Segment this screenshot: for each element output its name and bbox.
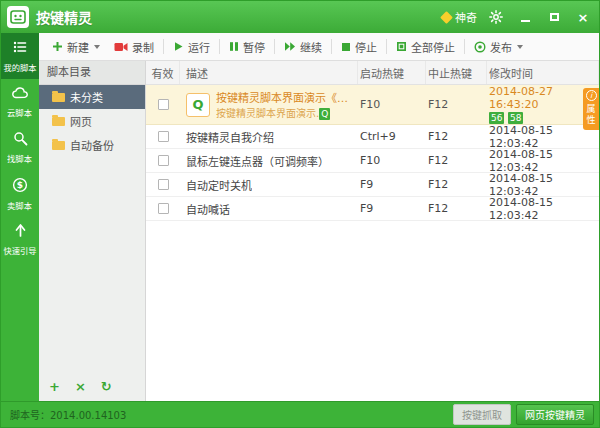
folder-icon [52,141,65,150]
resume-button[interactable]: 继续 [277,36,329,58]
refresh-categories-button[interactable]: ↻ [101,380,112,393]
header-start-hotkey: 启动热键 [358,61,426,84]
user-badge-label: 神奇 [455,9,477,25]
sidebar-item-quick-guide[interactable]: 快速引导 [1,217,39,263]
script-subtitle: 按键精灵脚本界面演示.Q [216,105,358,120]
toolbar: 新建 录制 运行 暂停 [39,33,599,61]
start-hotkey: F9 [358,202,426,215]
directory-item-auto-backup[interactable]: 自动备份 [39,133,145,157]
row-enabled-checkbox[interactable] [158,203,169,214]
toolbar-button-label: 全部停止 [411,39,455,55]
vip-diamond-icon [440,11,453,24]
chevron-down-icon [517,45,523,49]
chevron-down-icon [94,45,100,49]
header-stop-hotkey: 中止热键 [426,61,487,84]
table-row[interactable]: Q 按键精灵脚本界面演示《一键启动》 按键精灵脚本界面演示.Q F10 F12 … [146,85,599,125]
start-hotkey: F10 [358,98,426,111]
pause-button[interactable]: 暂停 [222,36,272,58]
user-badge[interactable]: 神奇 [442,9,477,25]
add-category-button[interactable]: + [49,380,60,393]
directory-title: 脚本目录 [39,61,145,85]
statusbar: 脚本号：2014.00.14103 按键抓取 网页按键精灵 [1,401,599,427]
directory-item-web[interactable]: 网页 [39,109,145,133]
quick-guide-icon [13,223,28,241]
sidebar-item-find-scripts[interactable]: 找脚本 [1,125,39,171]
directory-item-label: 网页 [70,113,92,129]
delete-category-button[interactable]: × [75,380,86,393]
stop-hotkey: F12 [426,98,487,111]
stop-icon [341,42,351,52]
sidebar-item-sell-scripts[interactable]: $ 卖脚本 [1,171,39,217]
svg-text:$: $ [17,180,23,190]
key-capture-button[interactable]: 按键抓取 [453,404,511,425]
maximize-icon [550,13,559,21]
search-match-highlight: 56 [489,112,504,124]
stop-hotkey: F12 [426,178,487,191]
directory-item-label: 自动备份 [70,137,114,153]
record-camera-icon [114,42,128,52]
stop-all-icon [396,41,407,52]
toolbar-button-label: 暂停 [243,39,265,55]
sidebar-item-my-scripts[interactable]: 我的脚本 [1,33,39,79]
header-modified-time: 修改时间 [487,61,599,84]
directory-item-uncategorized[interactable]: 未分类 [39,85,145,109]
table-row[interactable]: 自动喊话 F9 F12 2014-08-15 12:03:42 [146,197,599,221]
table-row[interactable]: 鼠标左键连点器（可调频率） F10 F12 2014-08-15 12:03:4… [146,149,599,173]
start-hotkey: F10 [358,154,426,167]
folder-icon [52,117,65,126]
table-header-row: 有效 描述 启动热键 中止热键 修改时间 [146,61,599,85]
toolbar-button-label: 录制 [132,39,154,55]
script-title: 按键精灵脚本界面演示《一键启动》 [216,89,358,105]
sidebar-item-label: 云脚本 [8,106,33,118]
new-script-button[interactable]: 新建 [45,36,107,58]
directory-actions: + × ↻ [39,374,145,401]
table-row[interactable]: 按键精灵自我介绍 Ctrl+9 F12 2014-08-15 12:03:42 [146,125,599,149]
stop-button[interactable]: 停止 [334,36,384,58]
cloud-script-icon [12,86,29,103]
record-button[interactable]: 录制 [107,36,161,58]
folder-icon [52,93,65,102]
modified-time: 2014-08-15 12:03:42 [487,172,599,198]
info-icon: i [586,90,597,101]
row-enabled-checkbox[interactable] [158,179,169,190]
toolbar-button-label: 停止 [355,39,377,55]
play-icon [173,41,184,52]
app-window: 按键精灵 神奇 × [0,0,600,428]
script-title: 按键精灵自我介绍 [186,129,274,145]
stop-hotkey: F12 [426,154,487,167]
toolbar-separator [331,39,332,54]
toolbar-button-label: 继续 [300,39,322,55]
row-enabled-checkbox[interactable] [158,155,169,166]
web-anjian-button[interactable]: 网页按键精灵 [516,404,594,425]
toolbar-button-label: 新建 [67,39,89,55]
properties-tag[interactable]: i 属性 [583,88,599,130]
search-script-icon [13,131,28,149]
toolbar-separator [163,39,164,54]
sidebar-item-label: 快速引导 [3,245,36,257]
header-description: 描述 [180,61,358,84]
toolbar-separator [219,39,220,54]
resume-icon [284,41,296,52]
close-button[interactable]: × [573,8,593,26]
row-enabled-checkbox[interactable] [158,131,169,142]
start-hotkey: Ctrl+9 [358,130,426,143]
settings-gear-icon[interactable] [486,8,506,26]
run-button[interactable]: 运行 [166,36,217,58]
toolbar-button-label: 发布 [490,39,512,55]
sidebar-item-cloud-scripts[interactable]: 云脚本 [1,79,39,125]
sidebar-item-label: 卖脚本 [8,199,33,211]
row-enabled-checkbox[interactable] [158,99,169,110]
maximize-button[interactable] [544,8,564,26]
publish-button[interactable]: 发布 [467,36,530,58]
script-directory-panel: 脚本目录 未分类 网页 自动备份 + × [39,61,146,401]
sidebar-item-label: 我的脚本 [3,61,36,73]
search-match-highlight: 58 [508,112,523,124]
my-scripts-icon [12,39,28,58]
stop-all-button[interactable]: 全部停止 [389,36,462,58]
table-row[interactable]: 自动定时关机 F9 F12 2014-08-15 12:03:42 [146,173,599,197]
publish-icon [474,41,486,53]
modified-time: 2014-08-15 12:03:42 [487,148,599,174]
titlebar: 按键精灵 神奇 × [1,1,599,33]
minimize-button[interactable] [515,8,535,26]
minimize-icon [521,20,530,22]
